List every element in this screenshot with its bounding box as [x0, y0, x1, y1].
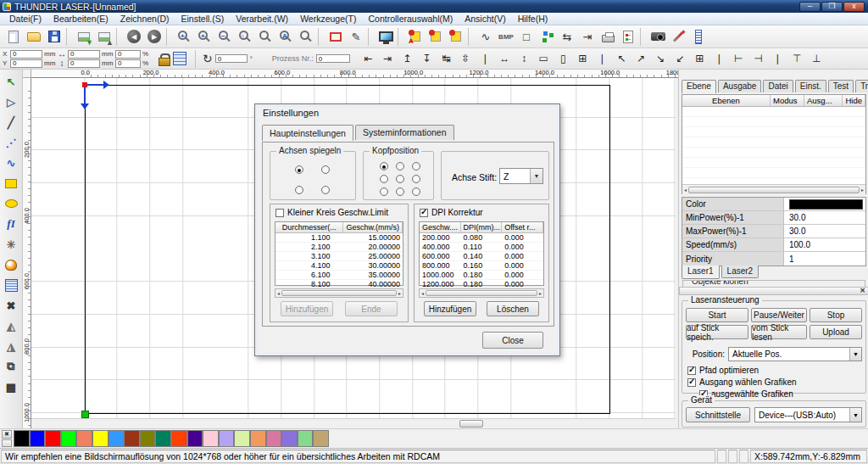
device-select[interactable]: Device---(USB:Auto) ▼ — [754, 407, 862, 422]
checkbox-icon[interactable] — [275, 209, 284, 217]
scroll-right-icon[interactable]: ▸ — [861, 187, 864, 193]
laser-pointer-icon[interactable]: ✦ — [668, 27, 688, 47]
palette-color[interactable] — [14, 430, 30, 447]
separator[interactable]: | — [593, 49, 612, 69]
position-select[interactable]: Aktuelle Pos. ▼ — [728, 347, 862, 361]
palette-color[interactable] — [298, 430, 314, 447]
palette-color[interactable] — [203, 430, 219, 447]
star-tool[interactable]: ✳ — [1, 234, 21, 254]
cut-order-b-icon[interactable] — [426, 27, 446, 47]
laser-control-button[interactable]: Start — [686, 308, 748, 322]
palette-color[interactable] — [234, 430, 250, 447]
aspect-lock-icon[interactable] — [159, 53, 170, 64]
laser-tab[interactable]: Laser1 — [682, 266, 720, 279]
palette-color[interactable] — [250, 430, 266, 447]
laser-control-button[interactable]: auf Stick speich. — [686, 325, 748, 339]
table-row[interactable]: 3.10025.00000 — [275, 252, 403, 261]
menu-item[interactable]: Einstell.(S) — [175, 13, 231, 25]
scrollbar-thumb[interactable] — [459, 420, 483, 428]
select-tool[interactable]: ↖ — [1, 71, 21, 92]
checkbox-icon[interactable] — [420, 209, 428, 217]
align-bottom-right-icon[interactable]: ↘ — [651, 49, 670, 69]
offset-tool[interactable]: ⧉ — [1, 356, 21, 377]
swap-v-icon[interactable]: ⇳ — [456, 49, 476, 69]
camera-tool[interactable] — [1, 254, 21, 275]
head-position-radio[interactable] — [412, 175, 420, 183]
menu-item[interactable]: Controllerauswahl(M) — [362, 13, 459, 25]
pick-tool-icon[interactable]: ✎ — [346, 27, 366, 47]
zoom-all-icon[interactable]: A — [275, 27, 296, 47]
undo-icon[interactable]: ◀ — [124, 27, 144, 47]
panel-tab[interactable]: Einst. — [795, 80, 826, 92]
zoom-out-icon[interactable]: − — [214, 27, 235, 47]
column-header[interactable]: Durchmesser(... — [275, 222, 343, 232]
dropdown-arrow-icon[interactable]: ▼ — [530, 169, 542, 183]
laser-control-button[interactable]: Pause/Weiter — [751, 308, 807, 322]
separator[interactable]: | — [768, 49, 787, 69]
print-icon[interactable] — [598, 27, 618, 47]
head-position-radio[interactable] — [396, 187, 404, 196]
table-row[interactable]: 4.10030.00000 — [275, 261, 403, 271]
table-row[interactable]: 2.10020.00000 — [275, 243, 403, 252]
ruler-icon[interactable] — [688, 27, 709, 47]
table-row[interactable]: 200.0000.0800.000 — [420, 233, 543, 243]
dialog-close-button[interactable]: Close — [482, 332, 543, 349]
table-row[interactable]: 600.0000.1400.000 — [420, 252, 543, 261]
small-circle-limit-checkbox[interactable]: Kleiner Kreis Geschw.Limit — [270, 204, 408, 219]
column-header[interactable]: Offset r... — [502, 222, 543, 232]
palette-color[interactable] — [266, 430, 282, 447]
palette-color[interactable] — [281, 430, 298, 447]
line-tool[interactable]: ╱ — [1, 112, 21, 132]
align-right-icon[interactable]: ⊣ — [748, 49, 768, 69]
width-input[interactable]: 0 — [68, 50, 100, 59]
color-swatch[interactable] — [789, 199, 863, 210]
separator[interactable]: | — [709, 49, 729, 69]
palette-color[interactable] — [219, 430, 235, 447]
head-position-radio[interactable] — [380, 175, 388, 183]
dialog-button[interactable]: Hinzufügen — [281, 301, 333, 316]
array-copy-tool[interactable]: ▩ — [1, 377, 21, 397]
height-input[interactable]: 0 — [68, 59, 100, 68]
axis-pen-select[interactable]: Z ▼ — [499, 168, 543, 184]
align-center-icon[interactable]: ⊞ — [690, 49, 709, 69]
palette-color[interactable] — [30, 430, 46, 447]
palette-color[interactable] — [171, 430, 187, 447]
menu-item[interactable]: Bearbeiten(E) — [47, 13, 114, 25]
save-icon[interactable] — [44, 27, 64, 47]
y-position-input[interactable]: 0 — [10, 59, 42, 68]
snap-grid-icon[interactable] — [173, 52, 186, 65]
layer-list-body[interactable] — [682, 107, 865, 184]
property-value[interactable]: 30.0 — [784, 225, 865, 238]
preview-monitor-icon[interactable] — [376, 27, 396, 47]
head-position-radio[interactable] — [380, 162, 388, 171]
text-tool[interactable]: fI — [1, 214, 21, 234]
mirror-horizontal-tool[interactable]: ◮ — [1, 336, 21, 356]
rotate-input[interactable]: 0 — [215, 54, 248, 63]
align-top-icon[interactable]: ⊤ — [787, 49, 807, 69]
projector-icon[interactable] — [648, 27, 668, 47]
mirror-right-icon[interactable]: ⇥ — [378, 49, 398, 69]
export-image-icon[interactable]: ▲ — [94, 27, 114, 47]
dialog-tab[interactable]: Systeminformationen — [355, 125, 454, 140]
checkbox-icon[interactable] — [687, 378, 696, 387]
table-row[interactable]: 800.0000.1600.000 — [420, 261, 543, 271]
delete-tool[interactable]: ✖ — [1, 295, 21, 316]
minimize-button[interactable]: – — [799, 2, 821, 12]
layer-h-scrollbar[interactable]: ◂ ▸ — [682, 184, 865, 194]
table-h-scrollbar[interactable]: ◂ ▸ — [419, 288, 544, 298]
separator[interactable] — [640, 28, 646, 46]
dropdown-arrow-icon[interactable]: ▼ — [849, 348, 861, 361]
separator[interactable]: | — [476, 49, 495, 69]
origin-handle[interactable] — [81, 411, 89, 418]
property-value[interactable]: 30.0 — [784, 211, 865, 224]
close-button[interactable]: x — [843, 2, 865, 12]
menu-item[interactable]: Verarbeit.(W) — [230, 13, 294, 25]
task-list-icon[interactable] — [618, 27, 638, 47]
grid-array-tool[interactable] — [1, 275, 21, 295]
panel-tab[interactable]: Test — [828, 80, 854, 92]
limit-stop-icon[interactable]: ⇥ — [577, 27, 598, 47]
canvas-horizontal-scrollbar[interactable] — [31, 418, 676, 428]
align-left-icon[interactable]: ⊢ — [729, 49, 748, 69]
laser-control-button[interactable]: Stop — [810, 308, 862, 322]
separator[interactable] — [398, 28, 403, 46]
